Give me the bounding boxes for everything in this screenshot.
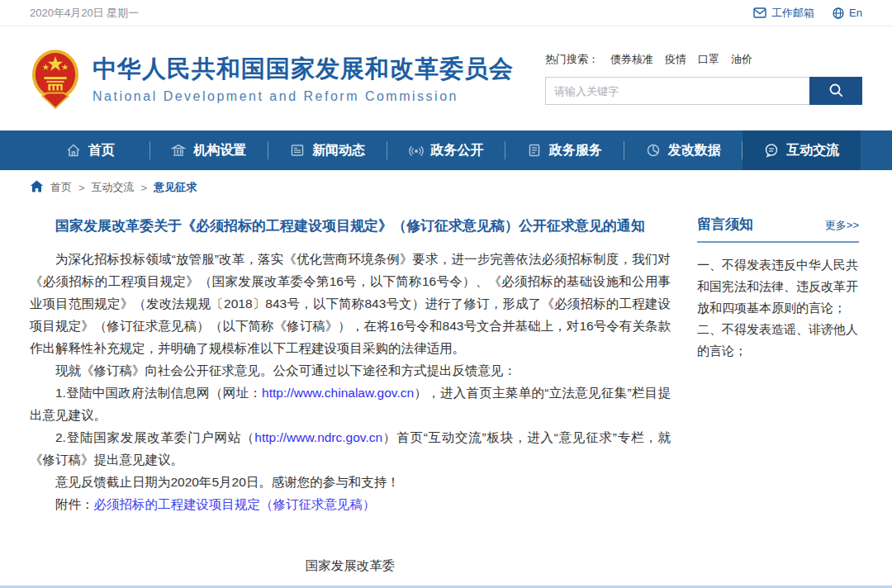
article-paragraph-5: 意见反馈截止日期为2020年5月20日。感谢您的参与和支持！ (30, 471, 671, 493)
hot-term-epidemic[interactable]: 疫情 (665, 52, 686, 67)
nav-data-label: 发改数据 (668, 142, 721, 159)
site-header: 中华人民共和国国家发展和改革委员会 National Development a… (0, 26, 892, 130)
work-mailbox-link[interactable]: 工作邮箱 (753, 6, 814, 21)
breadcrumb: 首页 > 互动交流 > 意见征求 (0, 170, 892, 205)
site-title-en: National Development and Reform Commissi… (93, 89, 514, 104)
article-paragraph-3: 1.登陆中国政府法制信息网（网址：http://www.chinalaw.gov… (30, 382, 671, 426)
topbar-links: 工作邮箱 En (753, 6, 862, 21)
article-paragraph-1: 为深化招标投标领域“放管服”改革，落实《优化营商环境条例》要求，进一步完善依法必… (30, 248, 671, 359)
chinalaw-url-link[interactable]: http://www.chinalaw.gov.cn (262, 386, 414, 400)
sidebar-rules: 一、不得发表违反中华人民共和国宪法和法律、违反改革开放和四项基本原则的言论； 二… (697, 254, 859, 362)
chat-icon (764, 143, 779, 158)
nav-interaction[interactable]: 互动交流 (743, 130, 861, 170)
search-icon (828, 83, 843, 100)
attachment-row: 附件：必须招标的工程建设项目规定（修订征求意见稿） (30, 493, 671, 515)
attachment-link[interactable]: 必须招标的工程建设项目规定（修订征求意见稿） (94, 497, 376, 511)
nav-institution-label: 机构设置 (193, 142, 246, 159)
search-input[interactable] (545, 77, 809, 105)
nav-gov-open[interactable]: 政务公开 (387, 130, 505, 170)
nav-home-label: 首页 (88, 142, 115, 159)
main-navigation: 首页 机构设置 新闻动态 政务公开 政务服务 发改数据 互动交流 (0, 130, 892, 170)
nav-gov-service-label: 政务服务 (549, 142, 602, 159)
hot-term-bonds[interactable]: 债券核准 (610, 52, 653, 67)
nav-institution[interactable]: 机构设置 (150, 130, 268, 170)
hot-term-masks[interactable]: 口罩 (698, 52, 719, 67)
nav-data[interactable]: 发改数据 (624, 130, 743, 170)
breadcrumb-separator: > (141, 182, 148, 194)
nav-home[interactable]: 首页 (31, 130, 149, 170)
national-emblem-logo (30, 48, 81, 109)
language-toggle[interactable]: En (833, 7, 862, 19)
document-icon (527, 143, 542, 158)
broadcast-icon (409, 143, 424, 158)
paragraph-4-text: 2.登陆国家发展改革委门户网站（ (55, 430, 254, 444)
top-utility-bar: 2020年4月20日 星期一 工作邮箱 En (0, 0, 892, 26)
site-title-cn: 中华人民共和国国家发展和改革委员会 (93, 53, 514, 86)
hot-term-oil-price[interactable]: 油价 (731, 52, 752, 67)
sidebar-title: 留言须知 (697, 215, 753, 234)
breadcrumb-interaction[interactable]: 互动交流 (92, 180, 135, 195)
home-icon (66, 143, 81, 158)
current-date: 2020年4月20日 星期一 (30, 6, 139, 21)
ndrc-url-link[interactable]: http://www.ndrc.gov.cn (254, 430, 382, 444)
signature-block: 国家发展改革委 2020年4月20日 (30, 552, 671, 588)
article-paragraph-2: 现就《修订稿》向社会公开征求意见。公众可通过以下途径和方式提出反馈意见： (30, 359, 671, 382)
sidebar-message-notice: 留言须知 更多>> 一、不得发表违反中华人民共和国宪法和法律、违反改革开放和四项… (697, 210, 859, 588)
breadcrumb-home[interactable]: 首页 (50, 180, 72, 195)
nav-gov-open-label: 政务公开 (431, 142, 484, 159)
site-brand[interactable]: 中华人民共和国国家发展和改革委员会 National Development a… (30, 48, 514, 109)
mail-icon (753, 7, 766, 18)
sidebar-header: 留言须知 更多>> (697, 215, 859, 243)
hot-search-row: 热门搜索： 债券核准 疫情 口罩 油价 (545, 52, 862, 67)
attachment-label: 附件： (55, 497, 94, 511)
signature-org: 国家发展改革委 (30, 552, 671, 580)
search-bar (545, 77, 862, 105)
pie-chart-icon (646, 143, 661, 158)
sidebar-rule-1: 一、不得发表违反中华人民共和国宪法和法律、违反改革开放和四项基本原则的言论； (697, 254, 859, 319)
hot-search-label: 热门搜索： (545, 52, 599, 67)
main-content: 国家发展改革委关于《必须招标的工程建设项目规定》（修订征求意见稿）公开征求意见的… (0, 205, 892, 588)
paragraph-3-text: 1.登陆中国政府法制信息网（网址： (55, 386, 262, 400)
article: 国家发展改革委关于《必须招标的工程建设项目规定》（修订征求意见稿）公开征求意见的… (30, 210, 671, 588)
nav-news[interactable]: 新闻动态 (268, 130, 387, 170)
breadcrumb-current: 意见征求 (154, 180, 197, 195)
breadcrumb-home-icon (30, 180, 44, 195)
language-label: En (849, 7, 862, 19)
globe-icon (833, 7, 844, 19)
work-mailbox-label: 工作邮箱 (771, 6, 814, 21)
breadcrumb-separator: > (78, 182, 85, 194)
brand-text: 中华人民共和国国家发展和改革委员会 National Development a… (93, 53, 514, 104)
sidebar-rule-2: 二、不得发表造谣、诽谤他人的言论； (697, 319, 859, 362)
nav-gov-service[interactable]: 政务服务 (505, 130, 624, 170)
search-button[interactable] (809, 77, 862, 105)
news-icon (290, 143, 305, 158)
article-paragraph-4: 2.登陆国家发展改革委门户网站（http://www.ndrc.gov.cn）首… (30, 426, 671, 471)
institution-icon (171, 143, 186, 158)
nav-interaction-label: 互动交流 (786, 142, 839, 159)
article-title: 国家发展改革委关于《必须招标的工程建设项目规定》（修订征求意见稿）公开征求意见的… (30, 216, 671, 236)
nav-news-label: 新闻动态 (312, 142, 365, 159)
sidebar-more-link[interactable]: 更多>> (825, 218, 859, 233)
header-search-area: 热门搜索： 债券核准 疫情 口罩 油价 (545, 52, 862, 105)
